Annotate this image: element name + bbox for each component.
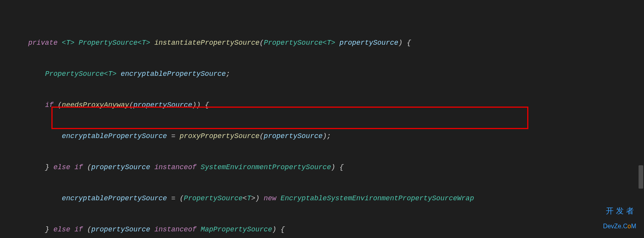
method-call: proxyPropertySource xyxy=(179,132,259,140)
keyword-else-if: else if xyxy=(49,163,87,171)
method-call: needsProxyAnyway xyxy=(62,101,129,109)
variable: encryptablePropertySource xyxy=(121,70,226,78)
code-line[interactable]: encryptablePropertySource = proxyPropert… xyxy=(16,128,644,144)
variable: encryptablePropertySource xyxy=(62,194,167,202)
keyword-instanceof: instanceof xyxy=(150,163,201,171)
vertical-scrollbar[interactable] xyxy=(639,165,643,189)
type: MapPropertySource xyxy=(201,226,272,233)
keyword-else-if: else if xyxy=(49,226,87,233)
watermark: 开发者 DevZe.CoM xyxy=(603,203,636,234)
keyword-instanceof: instanceof xyxy=(150,226,201,233)
code-line[interactable]: } else if (propertySource instanceof Map… xyxy=(16,222,644,237)
type: PropertySource xyxy=(79,39,137,47)
watermark-cn: 开发者 xyxy=(603,203,636,219)
code-line[interactable]: encryptablePropertySource = (PropertySou… xyxy=(16,191,644,206)
keyword-if: if xyxy=(45,101,54,109)
type: PropertySource xyxy=(264,39,322,47)
watermark-en: DevZe.CoM xyxy=(603,219,636,234)
generic: <T> xyxy=(137,39,150,47)
type-param: <T> xyxy=(62,39,74,47)
code-editor[interactable]: private <T> PropertySource<T> instantiat… xyxy=(0,0,644,238)
param: propertySource xyxy=(340,39,398,47)
type: PropertySource xyxy=(45,70,104,78)
type: SystemEnvironmentPropertySource xyxy=(201,163,331,171)
variable: encryptablePropertySource xyxy=(62,132,167,140)
keyword-private: private xyxy=(28,39,58,47)
code-line[interactable]: private <T> PropertySource<T> instantiat… xyxy=(16,35,644,51)
code-line[interactable]: } else if (propertySource instanceof Sys… xyxy=(16,159,644,175)
method-name: instantiatePropertySource xyxy=(155,39,260,47)
constructor: EncryptableSystemEnvironmentPropertySour… xyxy=(281,194,474,202)
keyword-new: new xyxy=(264,194,276,202)
code-line[interactable]: if (needsProxyAnyway(propertySource)) { xyxy=(16,97,644,113)
code-line[interactable]: PropertySource<T> encryptablePropertySou… xyxy=(16,66,644,82)
